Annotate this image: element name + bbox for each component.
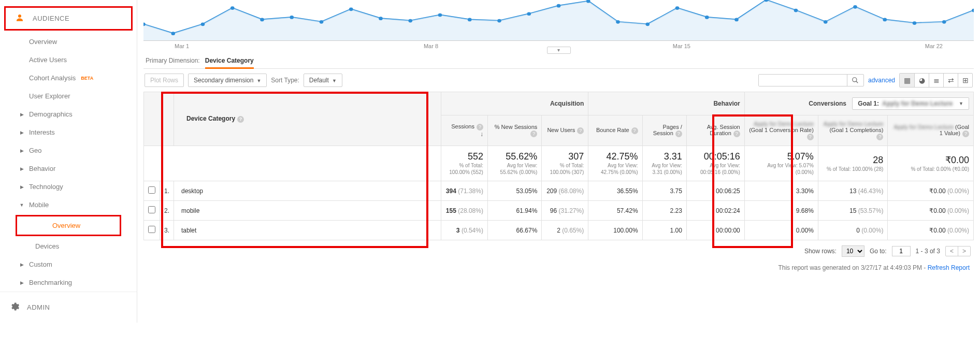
row-checkbox[interactable] [148,186,155,194]
sort-type-dropdown[interactable]: Default▼ [304,74,342,87]
help-icon[interactable]: ? [807,134,814,140]
col-new-users[interactable]: New Users? [542,115,588,146]
col-sessions[interactable]: Sessions?↓ [441,115,488,146]
help-icon[interactable]: ? [962,130,969,137]
help-icon[interactable]: ? [530,130,537,137]
sidebar: AUDIENCE Overview Active Users Cohort An… [0,0,137,323]
nav-benchmarking[interactable]: ▶Benchmarking [0,273,137,292]
secondary-dimension-dropdown[interactable]: Secondary dimension▼ [188,74,267,87]
line-chart-svg [143,0,974,40]
svg-point-20 [705,16,709,19]
col-bounce[interactable]: Bounce Rate? [588,115,642,146]
table-search-input[interactable] [759,75,847,86]
col-new-sessions[interactable]: % New Sessions? [487,115,541,146]
col-goal1-rate[interactable]: Apply for Demo Lecture(Goal 1 Conversion… [744,115,818,146]
group-acquisition: Acquisition [441,92,588,115]
help-icon[interactable]: ? [733,130,740,137]
svg-point-0 [18,15,21,18]
nav-demographics[interactable]: ▶Demographics [0,105,137,123]
main-content: Mar 1 Mar 8 Mar 15 Mar 22 ▾ Primary Dime… [137,0,980,323]
svg-point-9 [379,17,383,20]
primary-dimension-value[interactable]: Device Category [205,57,254,69]
chart-expand-button[interactable]: ▾ [547,47,571,54]
rows-select[interactable]: 10 [842,245,864,257]
table-row: 3. tablet 3 (0.54%) 66.67% 2 (0.65%) 100… [144,221,974,240]
advanced-link[interactable]: advanced [868,77,895,84]
svg-point-14 [527,12,531,16]
beta-badge: BETA [81,76,93,81]
report-table: Device Category? Acquisition Behavior Co… [143,92,974,240]
nav-active-users[interactable]: Active Users [0,51,137,69]
goto-label: Go to: [870,248,887,255]
row-checkbox[interactable] [148,206,155,213]
svg-point-18 [645,22,650,26]
gear-icon [9,301,20,313]
nav-behavior[interactable]: ▶Behavior [0,160,137,178]
help-icon[interactable]: ? [675,130,682,137]
dim-link[interactable]: tablet [181,227,196,234]
svg-point-4 [230,6,235,10]
comparison-view-icon[interactable]: ⇄ [943,74,958,87]
dim-link[interactable]: desktop [181,187,203,195]
report-footer: This report was generated on 3/27/17 at … [143,262,974,277]
col-duration[interactable]: Avg. Session Duration? [686,115,744,146]
group-behavior: Behavior [588,92,745,115]
svg-point-5 [260,18,264,22]
caret-right-icon: ▶ [19,130,25,135]
refresh-report-link[interactable]: Refresh Report [928,264,970,271]
svg-point-15 [557,4,561,8]
col-goal1-completions[interactable]: Apply for Demo Lecture(Goal 1 Completion… [818,115,888,146]
plot-rows-button[interactable]: Plot Rows [145,74,184,87]
pager: Show rows: 10 Go to: 1 - 3 of 3 < > [143,240,974,262]
table-row: 2. mobile 155 (28.08%) 61.94% 96 (31.27%… [144,201,974,221]
nav-mobile-devices[interactable]: Devices [0,237,137,255]
col-goal1-value[interactable]: Apply for Demo Lecture (Goal 1 Value)? [888,115,974,146]
caret-right-icon: ▶ [19,280,25,285]
nav-admin[interactable]: ADMIN [0,292,137,323]
svg-point-25 [853,5,857,9]
search-icon [852,77,859,84]
admin-label: ADMIN [27,303,50,311]
svg-point-30 [853,78,857,82]
bar-view-icon[interactable]: ≣ [929,74,943,87]
svg-point-8 [349,7,353,11]
caret-right-icon: ▶ [19,262,25,267]
help-icon[interactable]: ? [477,124,483,130]
nav-custom[interactable]: ▶Custom [0,255,137,273]
nav-geo[interactable]: ▶Geo [0,141,137,160]
svg-point-11 [438,13,442,17]
pivot-view-icon[interactable]: ⊞ [958,74,972,87]
table-search [758,74,864,86]
svg-point-19 [675,6,680,10]
prev-page-button[interactable]: < [946,247,958,256]
goto-input[interactable] [892,246,911,256]
help-icon[interactable]: ? [876,134,883,140]
next-page-button[interactable]: > [958,247,970,256]
nav-mobile-overview[interactable]: Overview [16,215,121,236]
nav-overview[interactable]: Overview [0,33,137,51]
nav-section-label: AUDIENCE [33,15,69,22]
nav-mobile[interactable]: ▼Mobile [0,196,137,214]
caret-right-icon: ▶ [19,148,25,153]
nav-user-explorer[interactable]: User Explorer [0,87,137,105]
dim-link[interactable]: mobile [181,207,199,214]
help-icon[interactable]: ? [577,127,584,134]
help-icon[interactable]: ? [237,116,244,123]
help-icon[interactable]: ? [631,127,638,134]
goal-selector[interactable]: Goal 1: Apply for Demo Lecture▼ [852,97,969,110]
search-button[interactable] [847,75,863,86]
sessions-chart: Mar 1 Mar 8 Mar 15 Mar 22 ▾ [143,0,974,50]
row-checkbox[interactable] [148,226,155,233]
table-view-icon[interactable]: ▦ [900,74,914,87]
device-category-header[interactable]: Device Category [186,115,235,122]
sort-type-label: Sort Type: [271,77,299,84]
nav-technology[interactable]: ▶Technology [0,178,137,196]
svg-point-10 [408,19,412,23]
col-pages[interactable]: Pages / Session? [642,115,686,146]
nav-section-audience[interactable]: AUDIENCE [4,6,133,31]
pie-view-icon[interactable]: ◕ [914,74,929,87]
svg-point-17 [616,20,620,24]
svg-point-12 [468,18,472,22]
nav-interests[interactable]: ▶Interests [0,123,137,141]
nav-cohort[interactable]: Cohort AnalysisBETA [0,69,137,87]
